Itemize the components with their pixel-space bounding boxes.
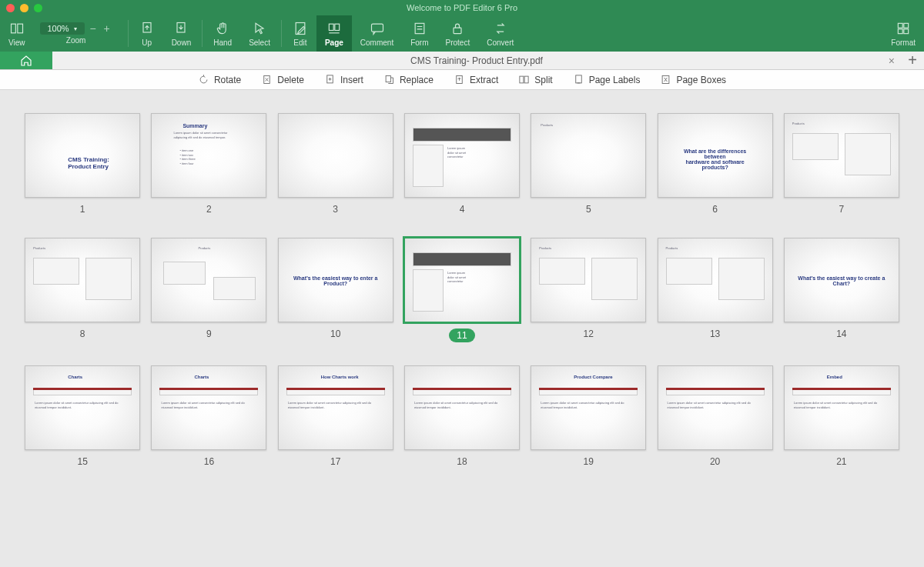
page-thumbnail-image[interactable]: Products bbox=[784, 113, 899, 198]
page-number: 1 bbox=[80, 204, 85, 215]
toolbar-divider bbox=[202, 20, 203, 47]
view-button[interactable]: View bbox=[0, 15, 34, 52]
page-thumbnail-image[interactable]: Lorem ipsum dolor sit amet consectetur a… bbox=[404, 365, 520, 450]
format-button[interactable]: Format bbox=[882, 15, 924, 52]
page-thumbnail[interactable]: Lorem ipsumdolor sit ametconsectetur4 bbox=[403, 113, 521, 215]
rotate-icon bbox=[198, 74, 209, 85]
page-button[interactable]: Page bbox=[316, 15, 352, 52]
down-icon bbox=[173, 20, 189, 37]
page-thumbnail-image[interactable]: EmbedLorem ipsum dolor sit amet consecte… bbox=[784, 365, 899, 450]
page-number: 5 bbox=[586, 204, 591, 215]
page-thumbnail-image[interactable]: Products bbox=[531, 113, 646, 198]
page-number: 10 bbox=[330, 329, 340, 339]
page-boxes-button[interactable]: Page Boxes bbox=[660, 74, 726, 85]
protect-button[interactable]: Protect bbox=[437, 15, 479, 52]
page-thumbnail[interactable]: What are the differences betweenhardware… bbox=[655, 113, 774, 215]
page-thumbnail[interactable]: Lorem ipsumdolor sit ametconsectetur11 bbox=[403, 238, 521, 342]
page-thumbnail[interactable]: ChartsLorem ipsum dolor sit amet consect… bbox=[149, 365, 268, 467]
page-thumbnail-image[interactable]: ChartsLorem ipsum dolor sit amet consect… bbox=[25, 365, 140, 450]
page-thumbnail[interactable]: Products12 bbox=[529, 238, 648, 342]
page-thumbnail-image[interactable]: Products bbox=[151, 238, 266, 322]
home-icon bbox=[19, 54, 33, 68]
page-thumbnail[interactable]: Products8 bbox=[23, 238, 142, 342]
page-thumbnail-image[interactable]: What’s the easiest way to enter aProduct… bbox=[278, 238, 393, 322]
page-thumbnail-image[interactable]: Lorem ipsum dolor sit amet consectetur a… bbox=[658, 365, 773, 450]
page-thumbnail-image[interactable]: Products bbox=[531, 238, 646, 322]
delete-button[interactable]: Delete bbox=[261, 74, 304, 85]
new-tab-button[interactable]: + bbox=[901, 52, 924, 69]
page-thumbnail-image[interactable]: Lorem ipsumdolor sit ametconsectetur bbox=[404, 113, 520, 198]
page-thumbnail[interactable]: Products13 bbox=[655, 238, 774, 342]
page-thumbnail-image[interactable]: SummaryLorem ipsum dolor sit amet consec… bbox=[151, 113, 266, 198]
protect-label: Protect bbox=[446, 38, 470, 47]
comment-icon bbox=[370, 20, 385, 37]
toolbar-divider bbox=[128, 20, 129, 47]
edit-icon bbox=[293, 20, 308, 37]
zoom-dropdown[interactable]: 100%▾ bbox=[40, 22, 85, 35]
up-label: Up bbox=[142, 38, 152, 47]
convert-button[interactable]: Convert bbox=[478, 15, 522, 52]
svg-rect-13 bbox=[904, 29, 909, 34]
page-thumbnail[interactable]: Lorem ipsum dolor sit amet consectetur a… bbox=[403, 365, 521, 467]
svg-rect-10 bbox=[898, 23, 902, 28]
page-thumbnail-image[interactable]: ChartsLorem ipsum dolor sit amet consect… bbox=[151, 365, 266, 450]
page-thumbnail[interactable]: How Charts workLorem ipsum dolor sit ame… bbox=[276, 365, 395, 467]
page-number: 9 bbox=[206, 329, 212, 339]
view-label: View bbox=[8, 38, 25, 47]
comment-button[interactable]: Comment bbox=[352, 15, 402, 52]
home-tab[interactable] bbox=[0, 52, 52, 69]
page-thumbnail[interactable]: Products9 bbox=[149, 238, 268, 342]
svg-rect-6 bbox=[335, 24, 340, 30]
page-thumbnail-image[interactable]: CMS Training:Product Entry bbox=[25, 113, 140, 198]
page-thumbnail[interactable]: 3 bbox=[276, 113, 395, 215]
lock-icon bbox=[450, 20, 465, 37]
split-button[interactable]: Split bbox=[518, 74, 552, 85]
zoom-in-button[interactable]: + bbox=[102, 22, 112, 35]
rotate-button[interactable]: Rotate bbox=[198, 74, 241, 85]
page-number: 21 bbox=[836, 456, 846, 467]
page-thumbnail[interactable]: Products5 bbox=[529, 113, 648, 215]
convert-icon bbox=[493, 20, 508, 37]
down-button[interactable]: Down bbox=[163, 15, 200, 52]
svg-rect-19 bbox=[524, 76, 528, 83]
page-thumbnail-image[interactable]: What’s the easiest way to create aChart? bbox=[784, 238, 899, 322]
insert-button[interactable]: Insert bbox=[324, 74, 363, 85]
page-number: 13 bbox=[710, 329, 720, 339]
up-button[interactable]: Up bbox=[131, 15, 163, 52]
page-thumbnail-image[interactable]: Lorem ipsumdolor sit ametconsectetur bbox=[404, 238, 520, 322]
page-thumbnail[interactable]: What’s the easiest way to enter aProduct… bbox=[276, 238, 395, 342]
page-thumbnail-image[interactable]: Products bbox=[658, 238, 773, 322]
page-thumbnail[interactable]: What’s the easiest way to create aChart?… bbox=[782, 238, 901, 342]
page-thumbnail[interactable]: Product CompareLorem ipsum dolor sit ame… bbox=[529, 365, 648, 467]
extract-icon bbox=[454, 74, 465, 85]
view-icon bbox=[9, 20, 25, 37]
thumbnails-area[interactable]: CMS Training:Product Entry1SummaryLorem … bbox=[0, 90, 924, 567]
page-thumbnail[interactable]: EmbedLorem ipsum dolor sit amet consecte… bbox=[782, 365, 901, 467]
zoom-out-button[interactable]: − bbox=[88, 22, 99, 35]
edit-button[interactable]: Edit bbox=[284, 15, 316, 52]
page-thumbnail[interactable]: Lorem ipsum dolor sit amet consectetur a… bbox=[655, 365, 774, 467]
titlebar: Welcome to PDF Editor 6 Pro bbox=[0, 0, 924, 15]
document-tab[interactable]: CMS Training- Product Entry.pdf × bbox=[52, 52, 901, 69]
page-thumbnail-image[interactable]: What are the differences betweenhardware… bbox=[658, 113, 773, 198]
page-thumbnail[interactable]: SummaryLorem ipsum dolor sit amet consec… bbox=[149, 113, 268, 215]
page-thumbnail[interactable]: ChartsLorem ipsum dolor sit amet consect… bbox=[23, 365, 142, 467]
insert-icon bbox=[324, 74, 336, 85]
replace-label: Replace bbox=[400, 75, 434, 85]
page-thumbnail[interactable]: CMS Training:Product Entry1 bbox=[23, 113, 142, 215]
extract-button[interactable]: Extract bbox=[454, 74, 498, 85]
page-thumbnail[interactable]: Products7 bbox=[782, 113, 901, 215]
page-thumbnail-image[interactable]: Product CompareLorem ipsum dolor sit ame… bbox=[531, 365, 646, 450]
page-thumbnail-image[interactable]: Products bbox=[25, 238, 140, 322]
page-number: 16 bbox=[204, 456, 214, 467]
page-labels-button[interactable]: Page Labels bbox=[573, 74, 641, 85]
hand-button[interactable]: Hand bbox=[205, 15, 240, 52]
replace-button[interactable]: Replace bbox=[383, 74, 434, 85]
select-button[interactable]: Select bbox=[240, 15, 279, 52]
page-thumbnail-image[interactable]: How Charts workLorem ipsum dolor sit ame… bbox=[278, 365, 393, 450]
format-icon bbox=[896, 20, 911, 37]
close-tab-button[interactable]: × bbox=[889, 55, 895, 67]
page-thumbnail-image[interactable] bbox=[278, 113, 393, 198]
convert-label: Convert bbox=[487, 38, 514, 47]
form-button[interactable]: Form bbox=[402, 15, 437, 52]
